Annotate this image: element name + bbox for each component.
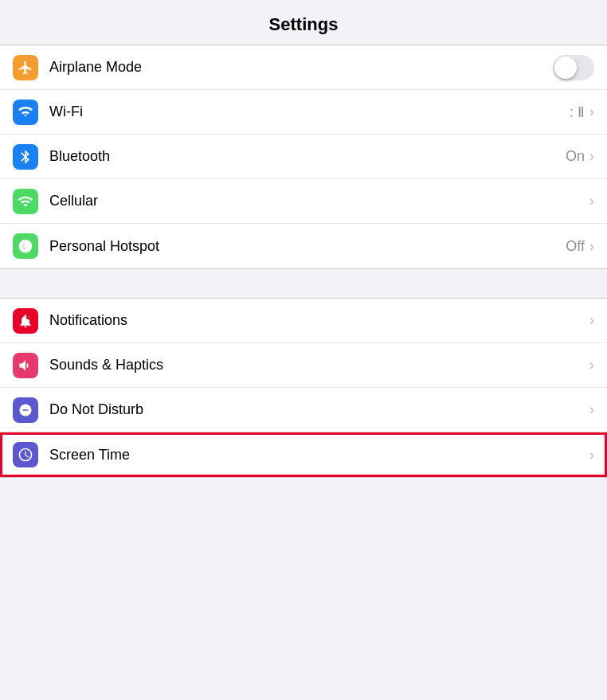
bluetooth-label: Bluetooth <box>49 148 566 165</box>
sounds-haptics-chevron: › <box>589 357 594 373</box>
cellular-label: Cellular <box>49 193 588 209</box>
donotdisturb-icon <box>13 397 38 423</box>
section-gap <box>0 269 607 298</box>
airplane-mode-label: Airplane Mode <box>49 59 553 76</box>
airplane-mode-toggle-knob <box>554 57 577 79</box>
do-not-disturb-chevron: › <box>589 401 594 418</box>
svg-text:!: ! <box>29 315 29 319</box>
screentime-icon <box>13 442 38 467</box>
bluetooth-chevron: › <box>589 148 594 165</box>
wifi-icon <box>13 100 38 125</box>
page-title: Settings <box>269 14 339 34</box>
page-header: Settings <box>0 0 607 45</box>
personal-hotspot-value: Off <box>566 238 585 255</box>
notifications-chevron: › <box>589 312 594 329</box>
screen-time-label: Screen Time <box>49 447 588 463</box>
wifi-chevron: › <box>589 104 594 120</box>
settings-page: Settings Airplane Mode Wi-Fi: Ⅱ› Bluetoo… <box>0 0 607 478</box>
do-not-disturb-label: Do Not Disturb <box>49 401 588 418</box>
airplane-icon <box>13 55 38 80</box>
personal-hotspot-chevron: › <box>589 238 594 255</box>
settings-group-system: ! Notifications› Sounds & Haptics› Do No… <box>0 298 607 478</box>
settings-row-sounds-haptics[interactable]: Sounds & Haptics› <box>0 343 607 388</box>
settings-row-do-not-disturb[interactable]: Do Not Disturb› <box>0 388 607 432</box>
settings-row-airplane-mode[interactable]: Airplane Mode <box>0 45 607 90</box>
cellular-icon <box>13 189 38 214</box>
settings-group-connectivity: Airplane Mode Wi-Fi: Ⅱ› BluetoothOn› Cel… <box>0 45 607 269</box>
bluetooth-value: On <box>566 148 585 165</box>
settings-row-bluetooth[interactable]: BluetoothOn› <box>0 135 607 179</box>
bluetooth-icon <box>13 144 38 170</box>
notifications-icon: ! <box>13 308 38 334</box>
settings-row-cellular[interactable]: Cellular› <box>0 179 607 224</box>
settings-row-screen-time[interactable]: Screen Time› <box>0 432 607 477</box>
hotspot-icon <box>13 233 38 259</box>
cellular-chevron: › <box>589 193 594 209</box>
personal-hotspot-label: Personal Hotspot <box>49 238 566 255</box>
settings-row-notifications[interactable]: ! Notifications› <box>0 299 607 343</box>
wifi-label: Wi-Fi <box>49 104 570 120</box>
svg-point-0 <box>24 244 28 248</box>
sounds-icon <box>13 353 38 378</box>
sounds-haptics-label: Sounds & Haptics <box>49 357 588 373</box>
wifi-value: : Ⅱ <box>570 104 585 121</box>
settings-row-wifi[interactable]: Wi-Fi: Ⅱ› <box>0 90 607 135</box>
notifications-label: Notifications <box>49 312 588 329</box>
airplane-mode-toggle[interactable] <box>553 55 594 80</box>
settings-row-personal-hotspot[interactable]: Personal HotspotOff› <box>0 224 607 268</box>
screen-time-chevron: › <box>589 447 594 463</box>
